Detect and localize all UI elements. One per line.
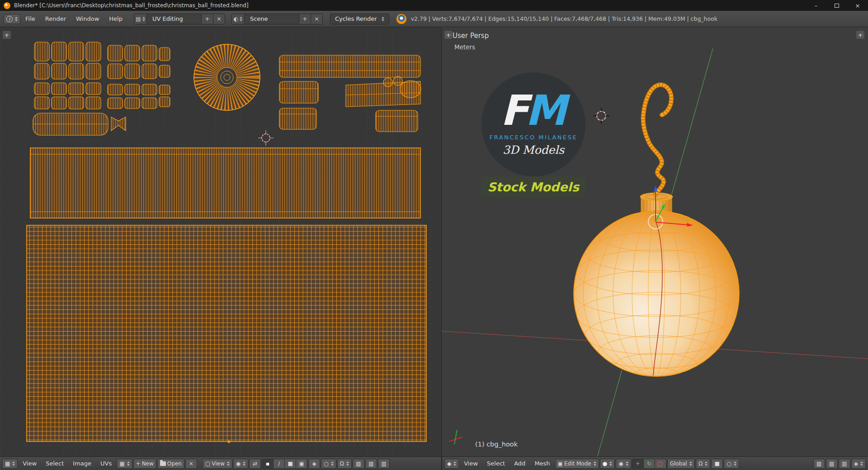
uv-mode-select[interactable]: ▢View	[203, 459, 232, 469]
uv-menu-select[interactable]: Select	[42, 457, 68, 470]
viewport-extra-button[interactable]: ◈	[851, 459, 866, 469]
uv-render-slot-button[interactable]: ▥	[378, 459, 390, 469]
new-image-button[interactable]: +New	[133, 459, 156, 469]
close-icon: ×	[855, 2, 860, 9]
uv-editor-type-button[interactable]: ▦	[2, 459, 18, 469]
stepper-icon	[453, 461, 456, 466]
delete-scene-button[interactable]: ×	[311, 14, 322, 24]
maximize-button[interactable]	[826, 0, 847, 11]
uv-proportional-edit-select[interactable]: ○	[321, 459, 336, 469]
cursor-3d	[593, 108, 609, 124]
magnet-snap-icon: Ω	[698, 461, 703, 467]
snap-element-select[interactable]: ■	[711, 459, 723, 469]
uv-select-island-button[interactable]: ▣	[296, 459, 307, 469]
opengl-animation-button[interactable]: ▨	[826, 459, 838, 469]
uv-select-face-button[interactable]: ■	[284, 459, 296, 469]
viewport-render-cluster: ▧ ▨ ▥ ◈	[813, 459, 866, 469]
delete-layout-button[interactable]: ×	[213, 14, 225, 24]
uv-select-vertex-button[interactable]: ▪	[262, 459, 274, 469]
axis-mini-gizmo	[449, 430, 462, 444]
add-scene-button[interactable]: +	[299, 14, 311, 24]
manipulator-rotate-button[interactable]: ↻	[643, 459, 655, 469]
transform-orientation-select[interactable]: Global	[667, 459, 695, 469]
interaction-mode-select[interactable]: ▣Edit Mode	[555, 459, 599, 469]
snap-toggle-button[interactable]: Ω	[696, 459, 710, 469]
screen-layout-icon[interactable]: ▤	[134, 14, 147, 24]
proportional-icon: ○	[726, 461, 731, 467]
uv-menu-uvs[interactable]: UVs	[96, 457, 116, 470]
region-expand-button[interactable]: +	[856, 31, 864, 39]
translate-icon: +	[636, 461, 640, 467]
scene-browse-icon[interactable]: ◐	[232, 14, 245, 24]
rotate-icon: ↻	[647, 461, 651, 467]
info-editor-type-button[interactable]: i	[4, 14, 20, 24]
scene-selector: ◐ Scene + ×	[231, 14, 323, 24]
viewport-object-info: (1) cbg_hook	[475, 441, 518, 448]
proportional-edit-select[interactable]: ○	[724, 459, 739, 469]
uv-menu-image[interactable]: Image	[69, 457, 95, 470]
uv-select-edge-button[interactable]: ∕	[273, 459, 285, 469]
unlink-image-button[interactable]: ×	[185, 459, 197, 469]
scene-name[interactable]: Scene	[245, 15, 299, 22]
menu-help[interactable]: Help	[104, 11, 127, 27]
ornament-hook	[643, 85, 671, 195]
v3d-menu-select[interactable]: Select	[483, 457, 509, 470]
region-expand-button[interactable]: +	[3, 31, 11, 39]
stepper-icon	[594, 461, 596, 466]
stepper-icon	[12, 461, 15, 466]
menu-file[interactable]: File	[20, 11, 40, 27]
viewport-shading-select[interactable]: ●	[600, 459, 615, 469]
v3d-menu-mesh[interactable]: Mesh	[530, 457, 554, 470]
v3d-menu-view[interactable]: View	[460, 457, 482, 470]
stepper-icon	[689, 461, 692, 466]
fm-author-name: FRANCESCO MILANESE	[490, 134, 577, 141]
minimize-button[interactable]: –	[806, 0, 826, 11]
proportional-icon: ○	[324, 461, 328, 467]
sync-icon: ⇄	[253, 461, 257, 467]
face-icon: ■	[288, 461, 293, 467]
edit-mode-icon: ▣	[558, 461, 563, 467]
opengl-render-button[interactable]: ▧	[813, 459, 825, 469]
uv-menu-view[interactable]: View	[19, 457, 41, 470]
uv-snap-select[interactable]: Ω	[337, 459, 352, 469]
menu-window[interactable]: Window	[71, 11, 104, 27]
uv-pivot-select[interactable]: ◉	[233, 459, 248, 469]
uv-pixel-snap-button[interactable]: ▨	[365, 459, 377, 469]
uv-mode-label: View	[212, 461, 224, 467]
layout-grid-icon: ▤	[136, 16, 141, 22]
manipulator-scale-button[interactable]: ▢	[655, 459, 666, 469]
stepper-icon	[331, 461, 334, 466]
view3d-editor-type-button[interactable]: ◆	[444, 459, 459, 469]
christmas-ball-mesh	[574, 208, 739, 380]
scene-icon: ◐	[234, 16, 238, 22]
opengl-render-icon: ▧	[816, 461, 821, 467]
sticky-icon: ◈	[312, 461, 316, 467]
fm-logo-letters: F M	[500, 92, 566, 130]
maximize-icon	[835, 4, 839, 8]
uv-draw-type-button[interactable]: ▧	[353, 459, 364, 469]
close-button[interactable]: ×	[847, 0, 868, 11]
screen-layout-name[interactable]: UV Editing	[147, 15, 201, 22]
open-image-button[interactable]: Open	[157, 459, 184, 469]
v3d-menu-add[interactable]: Add	[510, 457, 529, 470]
pivot-point-select[interactable]: ◉	[616, 459, 631, 469]
magnet-snap-icon: Ω	[340, 461, 344, 467]
uv-sticky-select-button[interactable]: ◈	[308, 459, 320, 469]
stepper-icon	[346, 461, 349, 466]
stepper-icon	[382, 17, 384, 21]
menu-render[interactable]: Render	[40, 11, 71, 27]
info-icon: i	[6, 16, 13, 22]
image-datablock-button[interactable]: ▦	[117, 459, 132, 469]
manipulator-translate-button[interactable]: +	[632, 459, 644, 469]
render-engine-select[interactable]: Cycles Render	[330, 14, 389, 24]
uv-canvas[interactable]: .isl{fill:url(#vl5);stroke:#ffa114;strok…	[0, 27, 441, 456]
viewport-3d-header: ◆ View Select Add Mesh ▣Edit Mode ● ◉ + …	[442, 456, 868, 470]
island-icon: ▣	[299, 461, 304, 467]
add-layout-button[interactable]: +	[201, 14, 213, 24]
uv-sync-selection-toggle[interactable]: ⇄	[249, 459, 261, 469]
region-expand-button[interactable]: +	[444, 31, 453, 39]
plus-icon: +	[136, 461, 141, 467]
stepper-icon	[626, 461, 628, 466]
stereo-3d-button[interactable]: ▥	[839, 459, 850, 469]
stock-models-badge: Stock Models	[481, 176, 585, 197]
